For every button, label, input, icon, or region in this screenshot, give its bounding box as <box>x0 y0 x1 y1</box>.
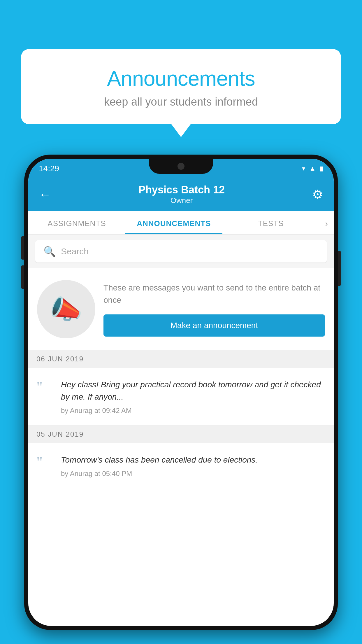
phone-outer: 14:29 ▾ ▲ ▮ ← Physics Batch 12 Owner ⚙ A… <box>24 155 338 630</box>
make-announcement-button[interactable]: Make an announcement <box>103 314 325 337</box>
tabs-bar: ASSIGNMENTS ANNOUNCEMENTS TESTS › <box>28 211 334 235</box>
search-input[interactable]: Search <box>61 246 89 256</box>
promo-right: These are messages you want to send to t… <box>103 282 325 337</box>
promo-icon-circle: 📣 <box>37 280 95 338</box>
speech-bubble: Announcements keep all your students inf… <box>21 49 341 124</box>
settings-button[interactable]: ⚙ <box>312 187 323 202</box>
tab-announcements[interactable]: ANNOUNCEMENTS <box>125 211 222 234</box>
bubble-subtitle: keep all your students informed <box>36 96 326 108</box>
search-bar[interactable]: 🔍 Search <box>35 240 327 262</box>
announcement-meta-1: by Anurag at 09:42 AM <box>61 407 326 415</box>
battery-icon: ▮ <box>320 165 323 172</box>
side-button-right <box>338 251 341 286</box>
date-label-2: 05 JUN 2019 <box>36 430 84 438</box>
announcement-item-1[interactable]: " Hey class! Bring your practical record… <box>28 368 334 426</box>
camera-dot <box>178 163 184 170</box>
header-center: Physics Batch 12 Owner <box>138 184 225 205</box>
back-button[interactable]: ← <box>39 188 51 202</box>
phone-screen: 14:29 ▾ ▲ ▮ ← Physics Batch 12 Owner ⚙ A… <box>28 159 334 626</box>
megaphone-icon: 📣 <box>50 294 82 325</box>
header-subtitle: Owner <box>138 196 225 205</box>
side-button-left2 <box>21 265 24 289</box>
date-section-2: 05 JUN 2019 <box>28 426 334 443</box>
phone-notch <box>149 159 213 174</box>
wifi-icon: ▾ <box>302 165 305 172</box>
promo-section: 📣 These are messages you want to send to… <box>28 268 334 350</box>
speech-bubble-container: Announcements keep all your students inf… <box>21 49 341 124</box>
quote-icon-1: " <box>36 380 54 395</box>
tab-tests[interactable]: TESTS <box>222 211 319 234</box>
bubble-title: Announcements <box>36 66 326 90</box>
tab-assignments[interactable]: ASSIGNMENTS <box>28 211 125 234</box>
announcement-text-1: Hey class! Bring your practical record b… <box>61 379 326 403</box>
app-header: ← Physics Batch 12 Owner ⚙ <box>28 178 334 211</box>
announcement-item-2[interactable]: " Tomorrow's class has been cancelled du… <box>28 443 334 488</box>
search-icon: 🔍 <box>43 246 56 257</box>
status-icons: ▾ ▲ ▮ <box>302 165 323 172</box>
tab-more[interactable]: › <box>319 211 334 234</box>
signal-icon: ▲ <box>309 165 316 172</box>
announcement-meta-2: by Anurag at 05:40 PM <box>61 470 326 478</box>
announcement-content-2: Tomorrow's class has been cancelled due … <box>61 454 326 478</box>
promo-description: These are messages you want to send to t… <box>103 282 325 306</box>
date-label-1: 06 JUN 2019 <box>36 355 84 363</box>
announcement-content-1: Hey class! Bring your practical record b… <box>61 379 326 415</box>
phone-wrapper: 14:29 ▾ ▲ ▮ ← Physics Batch 12 Owner ⚙ A… <box>24 155 338 630</box>
side-button-left1 <box>21 236 24 260</box>
quote-icon-2: " <box>36 455 54 470</box>
date-section-1: 06 JUN 2019 <box>28 350 334 368</box>
announcement-text-2: Tomorrow's class has been cancelled due … <box>61 454 326 466</box>
search-container: 🔍 Search <box>28 235 334 268</box>
header-title: Physics Batch 12 <box>138 184 225 196</box>
status-time: 14:29 <box>39 164 59 173</box>
